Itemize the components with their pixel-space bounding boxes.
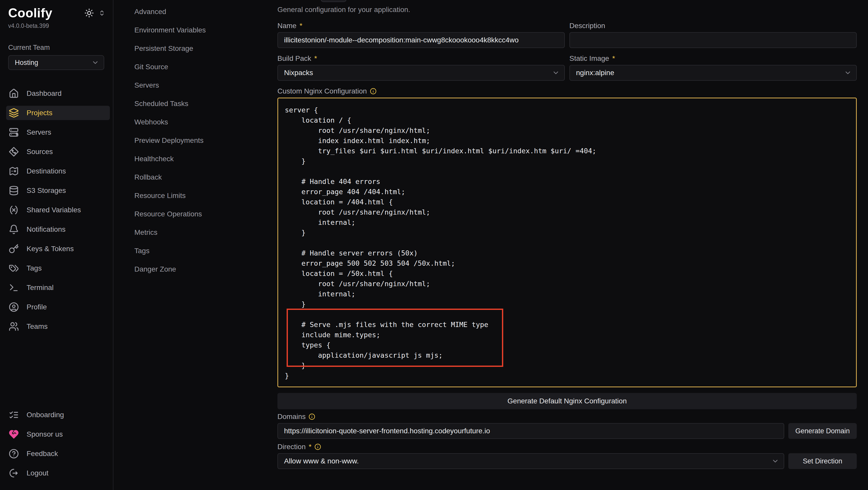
submenu-item-webhooks[interactable]: Webhooks — [114, 117, 277, 128]
tags-icon — [9, 263, 19, 273]
name-label: Name* — [277, 22, 565, 30]
heart-handshake-icon — [9, 429, 19, 439]
logout-icon — [9, 468, 19, 478]
sidebar-item-keys-tokens[interactable]: Keys & Tokens — [6, 242, 110, 256]
submenu-item-metrics[interactable]: Metrics — [114, 227, 277, 238]
key-icon — [9, 244, 19, 254]
variable-icon — [9, 205, 19, 215]
sidebar-item-servers[interactable]: Servers — [6, 125, 110, 140]
submenu-item-git-source[interactable]: Git Source — [114, 61, 277, 72]
domains-label: Domains — [277, 412, 857, 421]
database-icon — [9, 185, 19, 196]
sidebar-item-s3-storages[interactable]: S3 Storages — [6, 183, 110, 198]
help-circle-icon — [9, 449, 19, 459]
general-settings-panel: General configuration for your applicati… — [277, 0, 857, 469]
sidebar-item-shared-variables[interactable]: Shared Variables — [6, 203, 110, 217]
build-pack-label: Build Pack* — [277, 54, 565, 63]
generate-domain-button[interactable]: Generate Domain — [788, 423, 857, 439]
team-select[interactable]: Hosting — [8, 55, 104, 70]
name-input[interactable] — [277, 32, 565, 48]
submenu-item-resource-operations[interactable]: Resource Operations — [114, 209, 277, 220]
direction-value: Allow www & non-www. — [284, 457, 359, 465]
sidebar-item-notifications[interactable]: Notifications — [6, 222, 110, 237]
sidebar-item-onboarding[interactable]: Onboarding — [6, 408, 110, 422]
sidebar-nav: Dashboard Projects Servers Sources Desti… — [0, 86, 113, 334]
app-logo: Coolify — [8, 6, 52, 21]
static-image-value: nginx:alpine — [576, 69, 614, 77]
sidebar-footer: Onboarding Sponsor us Feedback Logout — [0, 408, 113, 485]
team-select-value: Hosting — [15, 59, 38, 67]
sidebar: Coolify v4.0.0-beta.399 Current Team Hos… — [0, 0, 114, 490]
chevron-down-icon — [771, 457, 779, 465]
submenu-item-environment-variables[interactable]: Environment Variables — [114, 25, 277, 36]
user-circle-icon — [9, 302, 19, 312]
nginx-config-textarea[interactable]: server { location / { root /usr/share/ng… — [277, 98, 857, 387]
description-label: Description — [569, 22, 857, 30]
version-switcher-icon[interactable] — [99, 10, 105, 17]
layers-icon — [9, 108, 19, 118]
submenu-item-danger-zone[interactable]: Danger Zone — [114, 264, 277, 275]
server-icon — [9, 127, 19, 137]
info-icon[interactable] — [370, 88, 376, 94]
theme-toggle-sun-icon[interactable] — [84, 8, 94, 18]
sidebar-item-terminal[interactable]: Terminal — [6, 280, 110, 295]
map-icon — [9, 166, 19, 176]
submenu-item-preview-deployments[interactable]: Preview Deployments — [114, 135, 277, 146]
submenu-item-healthcheck[interactable]: Healthcheck — [114, 153, 277, 164]
chevron-down-icon — [844, 69, 851, 76]
users-icon — [9, 321, 19, 332]
sidebar-item-tags[interactable]: Tags — [6, 261, 110, 275]
submenu-item-servers[interactable]: Servers — [114, 80, 277, 91]
submenu-item-scheduled-tasks[interactable]: Scheduled Tasks — [114, 98, 277, 109]
direction-label: Direction* — [277, 442, 857, 451]
build-pack-value: Nixpacks — [284, 69, 313, 77]
nginx-config-label: Custom Nginx Configuration — [277, 87, 857, 96]
sidebar-item-destinations[interactable]: Destinations — [6, 164, 110, 178]
sidebar-item-projects[interactable]: Projects — [6, 106, 110, 120]
current-team-label: Current Team — [0, 44, 113, 52]
generate-default-nginx-button[interactable]: Generate Default Nginx Configuration — [277, 393, 857, 409]
chevron-down-icon — [552, 69, 560, 76]
static-image-label: Static Image* — [569, 54, 857, 63]
static-image-select[interactable]: nginx:alpine — [569, 65, 857, 81]
settings-submenu: Advanced Environment Variables Persisten… — [114, 0, 277, 282]
submenu-item-rollback[interactable]: Rollback — [114, 172, 277, 183]
submenu-item-persistent-storage[interactable]: Persistent Storage — [114, 43, 277, 54]
direction-select[interactable]: Allow www & non-www. — [277, 453, 784, 469]
submenu-item-resource-limits[interactable]: Resource Limits — [114, 190, 277, 201]
info-icon[interactable] — [309, 414, 315, 420]
clipped-top-button[interactable] — [321, 0, 346, 2]
description-input[interactable] — [569, 32, 857, 48]
submenu-item-tags[interactable]: Tags — [114, 245, 277, 256]
git-diamond-icon — [9, 147, 19, 157]
bell-icon — [9, 224, 19, 235]
page-subtitle: General configuration for your applicati… — [277, 6, 857, 14]
info-icon[interactable] — [314, 443, 321, 450]
home-icon — [9, 88, 19, 99]
submenu-item-advanced[interactable]: Advanced — [114, 6, 277, 18]
sidebar-item-teams[interactable]: Teams — [6, 319, 110, 334]
sidebar-item-feedback[interactable]: Feedback — [6, 447, 110, 461]
build-pack-select[interactable]: Nixpacks — [277, 65, 565, 81]
sidebar-item-dashboard[interactable]: Dashboard — [6, 86, 110, 101]
terminal-icon — [9, 282, 19, 293]
set-direction-button[interactable]: Set Direction — [788, 453, 857, 469]
chevron-down-icon — [91, 59, 99, 66]
sidebar-item-profile[interactable]: Profile — [6, 300, 110, 314]
sidebar-item-sponsor-us[interactable]: Sponsor us — [6, 427, 110, 441]
sidebar-item-logout[interactable]: Logout — [6, 466, 110, 480]
sidebar-item-sources[interactable]: Sources — [6, 145, 110, 159]
app-version: v4.0.0-beta.399 — [0, 23, 113, 29]
list-checks-icon — [9, 410, 19, 420]
domains-input[interactable] — [277, 423, 784, 439]
